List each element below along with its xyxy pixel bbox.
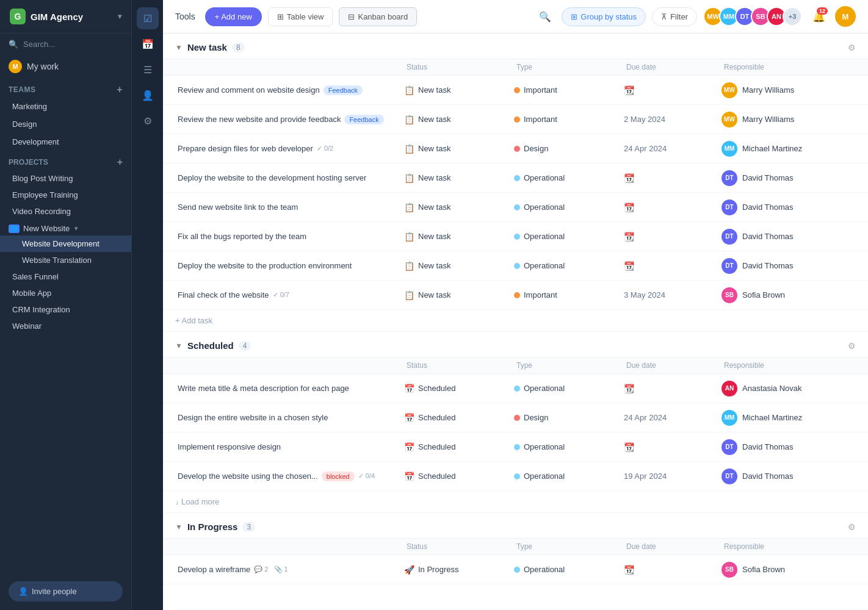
task-group-in-progress: ▼ In Progress 3 ⚙ Status Type Due date R… [163,513,868,584]
sidebar-item-website-translation[interactable]: Website Translation [0,252,131,268]
my-work-label: My work [27,62,59,71]
task-group-new-task: ▼ New task 8 ⚙ Status Type Due date Resp… [163,34,868,332]
feedback-tag: Feedback [344,115,383,124]
app-logo[interactable]: G GIM Agency ▾ [0,0,131,34]
user-avatar[interactable]: M [835,6,856,27]
add-project-button[interactable]: + [117,157,123,168]
blocked-tag: blocked [322,472,355,481]
kanban-board-button[interactable]: ⊟ Kanban board [339,7,417,26]
group-title-scheduled: Scheduled [187,340,234,351]
calendar-icon: 📆 [624,203,634,212]
group-settings-in-progress[interactable]: ⚙ [848,522,856,532]
sidebar-item-crm-integration[interactable]: CRM Integration [0,301,131,318]
task-group-scheduled: ▼ Scheduled 4 ⚙ Status Type Due date Res… [163,332,868,513]
sidebar-item-video-recording[interactable]: Video Recording [0,203,131,220]
table-row[interactable]: Design the entire website in a chosen st… [163,403,868,432]
table-row[interactable]: Prepare design files for web developer ✓… [163,134,868,163]
app-name: GIM Agency [31,12,83,22]
filter-icon: ⊼ [661,12,667,21]
avatars-group: MW MM DT SB AN +3 [703,7,802,26]
filter-button[interactable]: ⊼ Filter [652,7,697,26]
table-header-in-progress: Status Type Due date Responsible [163,539,868,555]
table-row[interactable]: Deploy the website to the development ho… [163,163,868,193]
table-row[interactable]: Write meta title & meta description for … [163,374,868,403]
responsible-avatar: MM [722,410,737,426]
sidebar-item-website-development[interactable]: Website Development [0,235,131,252]
sidebar: G GIM Agency ▾ 🔍 Search... M My work Tea… [0,0,131,610]
group-count-new-task: 8 [232,43,245,52]
sidebar-item-design[interactable]: Design [0,115,131,133]
group-title-new-task: New task [187,42,227,52]
table-header-scheduled: Status Type Due date Responsible [163,357,868,374]
group-header-new-task: ▼ New task 8 ⚙ [163,34,868,59]
table-row[interactable]: Review and comment on website design Fee… [163,76,868,105]
new-website-icon: 🌐 [9,224,20,233]
table-row[interactable]: Develop a wireframe 💬 2 📎 1 🚀 In Progres… [163,555,868,584]
add-team-button[interactable]: + [117,84,123,95]
group-title-in-progress: In Progress [187,522,238,532]
load-more-button[interactable]: ↓ Load more [163,491,868,513]
calendar-icon: 📆 [624,85,634,95]
calendar-icon: 📆 [624,261,634,271]
my-work-item[interactable]: M My work [0,55,131,78]
responsible-avatar: MM [722,141,737,157]
calendar-icon: 📆 [624,232,634,242]
sidebar-item-sales-funnel[interactable]: Sales Funnel [0,268,131,285]
group-by-status-button[interactable]: ⊞ Group by status [562,7,646,26]
responsible-avatar: DT [722,439,737,455]
avatar-extra-count[interactable]: +3 [783,7,802,26]
icon-person[interactable]: 👤 [137,84,159,106]
add-task-button[interactable]: + Add task [163,310,868,332]
table-row[interactable]: Fix all the bugs reported by the team 📋 … [163,222,868,251]
logo-icon: G [10,9,26,24]
teams-list: Marketing Design Development [0,98,131,151]
notification-button[interactable]: 🔔 12 [808,6,829,27]
teams-label: Teams [9,85,36,94]
main-area: Tools + Add new ⊞ Table view ⊟ Kanban bo… [163,0,868,610]
group-header-scheduled: ▼ Scheduled 4 ⚙ [163,332,868,357]
search-bar[interactable]: 🔍 Search... [0,34,131,55]
table-row[interactable]: Develop the website using the chosen... … [163,462,868,491]
development-label: Development [12,137,59,146]
sidebar-item-webinar[interactable]: Webinar [0,318,131,334]
search-button[interactable]: 🔍 [535,6,555,27]
sidebar-item-blog-post[interactable]: Blog Post Writing [0,170,131,187]
sidebar-item-mobile-app[interactable]: Mobile App [0,285,131,301]
table-row[interactable]: Implement responsive design 📅 Scheduled … [163,432,868,462]
calendar-icon: 📆 [624,384,634,393]
feedback-tag: Feedback [324,85,363,95]
sidebar-bottom: 👤 Invite people [0,573,131,610]
projects-section-header: Projects + [0,151,131,170]
responsible-avatar: AN [722,381,737,396]
responsible-avatar: DT [722,170,737,186]
sidebar-item-development[interactable]: Development [0,133,131,151]
calendar-icon: 📆 [624,442,634,452]
table-row[interactable]: Deploy the website to the production env… [163,251,868,281]
table-row[interactable]: Review the new website and provide feedb… [163,105,868,134]
tools-label: Tools [175,12,195,21]
group-settings-scheduled[interactable]: ⚙ [848,341,856,351]
group-settings-new-task[interactable]: ⚙ [848,43,856,52]
table-view-icon: ⊞ [277,12,284,21]
marketing-label: Marketing [12,102,47,111]
sidebar-item-marketing[interactable]: Marketing [0,98,131,115]
group-chevron-scheduled[interactable]: ▼ [175,342,183,350]
sidebar-item-employee-training[interactable]: Employee Training [0,187,131,203]
icon-tasks[interactable]: ☑ [137,7,159,29]
icon-settings[interactable]: ⚙ [137,110,159,132]
content-area: ▼ New task 8 ⚙ Status Type Due date Resp… [163,34,868,610]
responsible-avatar: MW [722,112,737,127]
invite-people-button[interactable]: 👤 Invite people [9,581,123,601]
responsible-avatar: DT [722,199,737,215]
add-new-button[interactable]: + Add new [205,7,262,26]
group-count-in-progress: 3 [242,522,255,532]
table-row[interactable]: Final check of the website ✓ 0/7 📋 New t… [163,281,868,310]
table-view-button[interactable]: ⊞ Table view [268,7,333,26]
group-chevron-new-task[interactable]: ▼ [175,43,183,52]
table-row[interactable]: Send new website link to the team 📋 New … [163,193,868,222]
icon-list[interactable]: ☰ [137,59,159,81]
group-header-in-progress: ▼ In Progress 3 ⚙ [163,513,868,539]
icon-calendar[interactable]: 📅 [137,33,159,55]
group-chevron-in-progress[interactable]: ▼ [175,523,183,531]
sidebar-item-new-website[interactable]: 🌐 New Website ▾ [0,220,131,235]
